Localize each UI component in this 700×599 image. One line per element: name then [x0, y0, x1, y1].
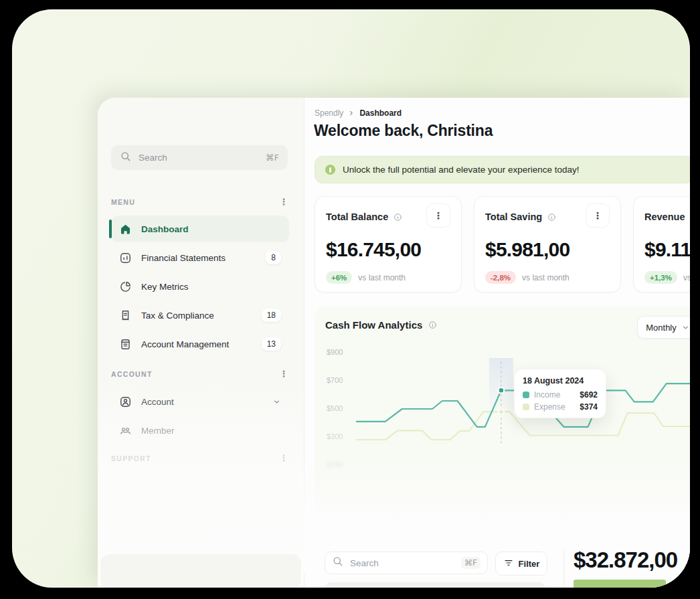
info-icon[interactable] — [689, 212, 690, 222]
period-selector-value: Monthly — [646, 323, 677, 333]
tooltip-value: $692 — [580, 390, 598, 400]
promo-banner[interactable]: Unlock the full potential and elevate yo… — [315, 156, 690, 183]
stat-card-title: Total Balance — [326, 211, 388, 222]
sidebar-item-financial-statements[interactable]: Financial Statements8 — [111, 244, 289, 271]
sidebar-item-member[interactable]: Member — [111, 417, 289, 444]
tooltip-label: Income — [534, 390, 560, 400]
chart-tooltip: 18 August 2024 Income$692Expense$374 — [514, 369, 606, 418]
sidebar-bottom-card — [100, 554, 301, 588]
tooltip-value: $374 — [580, 402, 598, 412]
sidebar-item-account[interactable]: Account — [111, 388, 289, 415]
search-shortcut: ⌘F — [266, 153, 279, 163]
stat-card-total-saving: Total Saving⋮$5.981,00-2,8%vs last month — [474, 196, 621, 292]
stat-card-title: Total Saving — [485, 211, 542, 222]
breadcrumb-page[interactable]: Dashboard — [359, 108, 402, 118]
menu-section-label: MENU — [111, 198, 135, 206]
sidebar-item-label: Financial Statements — [141, 253, 226, 263]
kebab-menu-icon[interactable]: ⋮ — [280, 454, 289, 462]
sidebar-item-label: Member — [141, 426, 175, 436]
change-pill: +6% — [326, 271, 352, 284]
table-search-shortcut: ⌘F — [461, 557, 480, 569]
tooltip-row-income: Income$692 — [523, 390, 598, 400]
stat-card-title: Revenue — [644, 211, 685, 222]
account-section-label: ACCOUNT — [111, 370, 153, 378]
card-menu-button[interactable]: ⋮ — [426, 203, 450, 228]
home-icon — [119, 223, 132, 236]
summary-progress-bar — [574, 580, 666, 588]
user-icon — [119, 396, 132, 408]
chart-title-row: Cash Flow Analytics — [325, 319, 438, 331]
support-section-label: SUPPORT — [111, 454, 151, 462]
table-search-input[interactable]: Search ⌘F — [325, 551, 488, 574]
count-badge: 8 — [266, 251, 281, 264]
chevron-right-icon — [348, 110, 355, 116]
dashboard-window: Search ⌘F MENU ⋮ DashboardFinancial Stat… — [98, 98, 690, 588]
summary-total: $32.872,00 — [574, 547, 677, 573]
y-axis-label: $700 — [327, 376, 343, 384]
receipt-icon — [119, 309, 132, 322]
stat-card-total-balance: Total Balance⋮$16.745,00+6%vs last month — [315, 196, 462, 292]
card-menu-button[interactable]: ⋮ — [586, 203, 610, 228]
banner-text: Unlock the full potential and elevate yo… — [343, 165, 579, 175]
account-nav: AccountMember — [98, 388, 304, 446]
sidebar-item-label: Account Management — [141, 339, 229, 349]
sidebar-item-key-metrics[interactable]: Key Metrics — [111, 273, 289, 300]
sidebar-item-label: Tax & Compliance — [141, 311, 214, 321]
table-search-placeholder: Search — [350, 558, 379, 568]
filter-label: Filter — [519, 559, 540, 569]
stat-card-note: vs last month — [522, 273, 570, 282]
sidebar-search-input[interactable]: Search ⌘F — [111, 145, 288, 170]
y-axis-label: $900 — [327, 348, 343, 356]
y-axis-label: $500 — [327, 404, 343, 412]
info-icon[interactable] — [393, 212, 403, 222]
sidebar-item-label: Dashboard — [141, 224, 189, 234]
support-section-header: SUPPORT ⋮ — [111, 454, 289, 462]
kebab-menu-icon[interactable]: ⋮ — [280, 369, 289, 378]
sidebar-item-account-management[interactable]: Account Management13 — [111, 331, 289, 357]
members-icon — [119, 424, 132, 437]
change-pill: -2,8% — [485, 271, 516, 284]
info-icon[interactable] — [428, 320, 438, 330]
sidebar-item-tax-compliance[interactable]: Tax & Compliance18 — [111, 302, 289, 329]
breadcrumb: Spendly Dashboard — [315, 108, 402, 118]
tooltip-label: Expense — [534, 402, 565, 412]
main-content: Spendly Dashboard Welcome back, Christin… — [304, 98, 690, 588]
page-title: Welcome back, Christina — [314, 122, 493, 140]
info-icon[interactable] — [547, 212, 557, 222]
stat-card-revenue: Revenue⋮$9.116,00+1,3%vs last month — [633, 196, 690, 292]
cash-flow-card: Cash Flow Analytics Monthly $900$700$500… — [315, 307, 690, 521]
chevron-down-icon — [681, 323, 690, 332]
kebab-menu-icon[interactable]: ⋮ — [280, 197, 289, 206]
stat-card-note: vs last month — [683, 273, 690, 282]
filter-button[interactable]: Filter — [495, 551, 547, 576]
table-header-skeleton — [325, 582, 545, 588]
chart-title: Cash Flow Analytics — [325, 319, 422, 331]
search-icon — [332, 555, 344, 570]
y-axis-label: $300 — [327, 432, 343, 440]
chevron-down-icon[interactable] — [272, 398, 281, 406]
legend-swatch — [523, 392, 529, 398]
count-badge: 13 — [262, 337, 281, 351]
period-selector[interactable]: Monthly — [637, 316, 690, 339]
search-icon — [120, 151, 132, 165]
stat-card-value: $9.116,00 — [644, 238, 690, 261]
menu-section-header: MENU ⋮ — [111, 197, 289, 206]
stat-card-value: $16.745,00 — [326, 238, 450, 261]
legend-swatch — [523, 404, 529, 410]
stat-card-value: $5.981,00 — [485, 238, 610, 261]
y-axis-label: $100 — [327, 460, 343, 468]
sidebar-item-dashboard[interactable]: Dashboard — [111, 216, 289, 242]
tooltip-rows: Income$692Expense$374 — [523, 390, 598, 412]
menu-nav: DashboardFinancial Statements8Key Metric… — [98, 216, 304, 359]
sidebar-item-label: Key Metrics — [141, 282, 189, 292]
tooltip-row-expense: Expense$374 — [523, 402, 598, 412]
ledger-icon — [119, 338, 132, 351]
sidebar: Search ⌘F MENU ⋮ DashboardFinancial Stat… — [98, 98, 304, 588]
section-divider — [563, 550, 564, 588]
stat-card-note: vs last month — [358, 273, 406, 282]
stat-card-row: Total Balance⋮$16.745,00+6%vs last month… — [315, 196, 690, 292]
pie-chart-icon — [119, 280, 132, 293]
info-circle-icon — [325, 165, 335, 175]
promo-frame: Search ⌘F MENU ⋮ DashboardFinancial Stat… — [12, 9, 690, 588]
breadcrumb-app[interactable]: Spendly — [315, 108, 343, 118]
